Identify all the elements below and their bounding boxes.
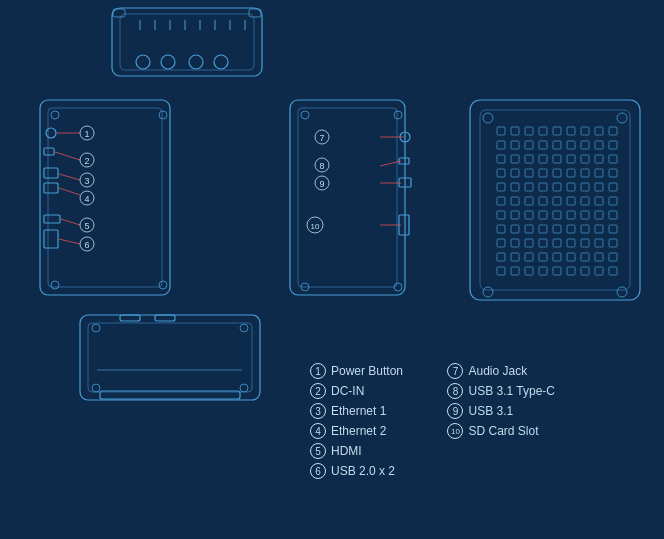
- svg-rect-157: [525, 253, 533, 261]
- svg-point-181: [92, 384, 100, 392]
- svg-text:5: 5: [84, 221, 89, 231]
- legend-label-5: HDMI: [331, 444, 362, 458]
- svg-rect-132: [553, 211, 561, 219]
- svg-rect-75: [511, 127, 519, 135]
- svg-rect-16: [40, 100, 170, 295]
- legend-label-2: DC-IN: [331, 384, 364, 398]
- svg-rect-46: [290, 100, 405, 295]
- svg-rect-170: [581, 267, 589, 275]
- svg-rect-148: [525, 239, 533, 247]
- svg-rect-155: [497, 253, 505, 261]
- svg-rect-128: [497, 211, 505, 219]
- svg-rect-165: [511, 267, 519, 275]
- svg-rect-0: [112, 8, 262, 76]
- svg-line-57: [380, 161, 401, 166]
- svg-rect-116: [581, 183, 589, 191]
- svg-point-10: [136, 55, 150, 69]
- svg-rect-84: [511, 141, 519, 149]
- svg-rect-105: [553, 169, 561, 177]
- svg-rect-113: [539, 183, 547, 191]
- svg-rect-158: [539, 253, 547, 261]
- legend-item-8: 8 USB 3.1 Type-C: [447, 383, 554, 399]
- svg-rect-76: [525, 127, 533, 135]
- svg-rect-167: [539, 267, 547, 275]
- legend-label-7: Audio Jack: [468, 364, 527, 378]
- legend-num-1: 1: [310, 363, 326, 379]
- svg-rect-131: [539, 211, 547, 219]
- legend-num-2: 2: [310, 383, 326, 399]
- svg-rect-136: [609, 211, 617, 219]
- svg-rect-103: [525, 169, 533, 177]
- svg-point-22: [46, 128, 56, 138]
- svg-point-51: [394, 283, 402, 291]
- svg-rect-90: [595, 141, 603, 149]
- svg-rect-146: [497, 239, 505, 247]
- svg-line-31: [59, 188, 80, 195]
- svg-rect-106: [567, 169, 575, 177]
- svg-text:3: 3: [84, 176, 89, 186]
- svg-rect-74: [497, 127, 505, 135]
- svg-point-73: [617, 287, 627, 297]
- front-view: 1 2 3 4 5 6: [40, 100, 170, 295]
- svg-rect-134: [581, 211, 589, 219]
- legend-item-9: 9 USB 3.1: [447, 403, 554, 419]
- svg-rect-129: [511, 211, 519, 219]
- svg-point-21: [159, 281, 167, 289]
- svg-rect-168: [553, 267, 561, 275]
- svg-rect-80: [581, 127, 589, 135]
- legend-item-6: 6 USB 2.0 x 2: [310, 463, 417, 479]
- svg-rect-139: [525, 225, 533, 233]
- svg-point-179: [92, 324, 100, 332]
- svg-rect-96: [553, 155, 561, 163]
- svg-rect-153: [595, 239, 603, 247]
- svg-rect-69: [480, 110, 630, 290]
- svg-rect-93: [511, 155, 519, 163]
- svg-point-11: [161, 55, 175, 69]
- svg-rect-176: [155, 315, 175, 321]
- bottom-view: [470, 100, 640, 300]
- svg-rect-156: [511, 253, 519, 261]
- top-view: [112, 8, 262, 76]
- svg-text:8: 8: [319, 161, 324, 171]
- svg-line-29: [55, 152, 80, 160]
- svg-rect-145: [609, 225, 617, 233]
- svg-rect-123: [553, 197, 561, 205]
- svg-rect-95: [539, 155, 547, 163]
- legend: 1 Power Button 7 Audio Jack 2 DC-IN 8 US…: [310, 363, 555, 479]
- svg-rect-85: [525, 141, 533, 149]
- legend-item-spacer: [447, 443, 554, 459]
- svg-rect-100: [609, 155, 617, 163]
- svg-text:4: 4: [84, 194, 89, 204]
- svg-text:2: 2: [84, 156, 89, 166]
- svg-rect-141: [553, 225, 561, 233]
- svg-rect-99: [595, 155, 603, 163]
- svg-rect-121: [525, 197, 533, 205]
- svg-rect-102: [511, 169, 519, 177]
- svg-point-72: [483, 287, 493, 297]
- svg-rect-163: [609, 253, 617, 261]
- svg-rect-173: [80, 315, 260, 400]
- svg-rect-47: [298, 108, 397, 287]
- svg-rect-140: [539, 225, 547, 233]
- svg-rect-109: [609, 169, 617, 177]
- svg-rect-166: [525, 267, 533, 275]
- svg-rect-149: [539, 239, 547, 247]
- svg-rect-142: [567, 225, 575, 233]
- svg-rect-92: [497, 155, 505, 163]
- legend-num-9: 9: [447, 403, 463, 419]
- svg-point-70: [483, 113, 493, 123]
- svg-rect-160: [567, 253, 575, 261]
- svg-rect-144: [595, 225, 603, 233]
- svg-rect-89: [581, 141, 589, 149]
- svg-text:10: 10: [311, 222, 320, 231]
- svg-line-32: [61, 219, 80, 225]
- svg-point-71: [617, 113, 627, 123]
- svg-rect-162: [595, 253, 603, 261]
- svg-rect-137: [497, 225, 505, 233]
- svg-rect-171: [595, 267, 603, 275]
- svg-rect-135: [595, 211, 603, 219]
- svg-rect-112: [525, 183, 533, 191]
- svg-point-49: [394, 111, 402, 119]
- svg-rect-118: [609, 183, 617, 191]
- svg-rect-23: [44, 148, 54, 155]
